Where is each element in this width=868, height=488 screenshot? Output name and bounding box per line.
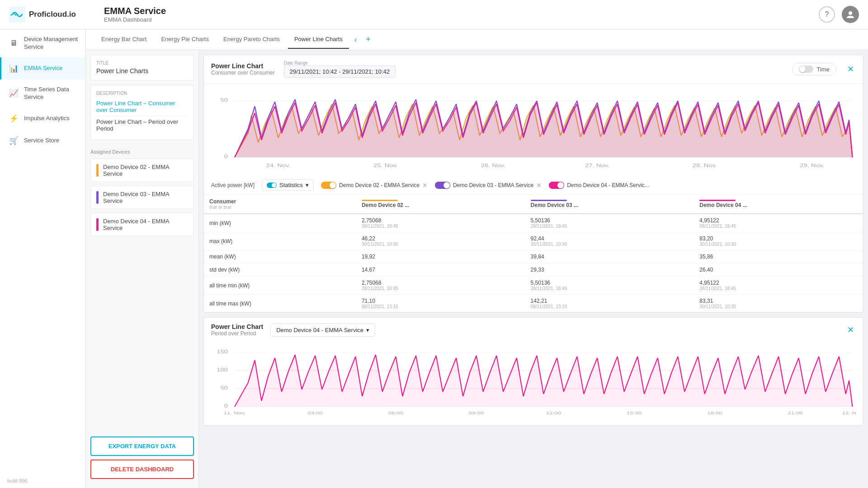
legend-name-03: Demo Device 03 - EMMA Service [453, 182, 533, 188]
chart1-legend-bar: Active power [kW] Statistics ▾ [204, 176, 863, 195]
chart2-subtitle: Period over Period [211, 330, 263, 337]
sidebar: 🖥 Device Management Service 📊 EMMA Servi… [0, 29, 86, 488]
export-energy-button[interactable]: EXPORT ENERGY DATA [90, 436, 194, 456]
chart2-dropdown-icon: ▾ [366, 327, 369, 333]
date-range-value: 29/11/2021; 10:42 - 29/11/2021; 10:42 [284, 66, 396, 78]
legend-toggle-03[interactable] [435, 182, 450, 189]
svg-text:11. Nov.: 11. Nov. [224, 411, 246, 415]
tab-power-line[interactable]: Power Line Charts [288, 30, 349, 49]
device-03-name: Demo Device 03 - EMMA Service [103, 191, 188, 204]
chart2-svg: 150 100 50 0 11. Nov. [211, 347, 856, 419]
device-item-03[interactable]: Demo Device 03 - EMMA Service [90, 186, 194, 209]
stat-label-3: std dev (kW) [204, 263, 356, 277]
svg-text:21:00: 21:00 [788, 411, 803, 415]
tab-energy-bar[interactable]: Energy Bar Chart [95, 30, 153, 49]
stat-value-1-1: 92,4430/11/2021, 10:30 [525, 232, 694, 250]
main-layout: 🖥 Device Management Service 📊 EMMA Servi… [0, 29, 868, 488]
content-panel: Energy Bar Chart Energy Pie Charts Energ… [86, 29, 868, 488]
chart1-svg-area: 50 0 24. Nov. [204, 84, 863, 176]
stat-value-0-2: 4,9512228/11/2021, 18:45 [694, 214, 863, 232]
chart2-card: Power Line Chart Period over Period Demo… [203, 317, 863, 426]
user-avatar-button[interactable] [842, 6, 859, 23]
header-service-subtitle: EMMA Dashboard [104, 16, 819, 23]
svg-text:27. Nov.: 27. Nov. [585, 163, 609, 168]
stat-value-3-1: 29,33 [525, 263, 694, 277]
device-mgmt-icon: 🖥 [9, 39, 19, 48]
header-actions: ? [819, 6, 859, 23]
header-title-area: EMMA Service EMMA Dashboard [95, 6, 819, 23]
statistics-label: Statistics [279, 182, 303, 188]
sidebar-label-impulse: Impulse Analytics [24, 115, 69, 122]
header-service-title: EMMA Service [104, 6, 819, 16]
col-color-bar-04 [699, 200, 736, 201]
desc-item-period[interactable]: Power Line Chart – Period over Period [96, 116, 188, 134]
stat-value-2-0: 19,92 [356, 250, 525, 263]
chart2-title-block: Power Line Chart Period over Period [211, 323, 263, 337]
chart2-close-button[interactable]: ✕ [845, 325, 856, 335]
toggle-switch [799, 66, 813, 73]
legend-knob-03 [443, 182, 450, 188]
tab-energy-pareto[interactable]: Energy Pareto Charts [217, 30, 286, 49]
sidebar-label-emma: EMMA Service [24, 65, 62, 72]
svg-text:150: 150 [217, 349, 228, 354]
device-item-04[interactable]: Demo Device 04 - EMMA Service [90, 213, 194, 236]
help-button[interactable]: ? [819, 6, 835, 23]
tab-nav-back-button[interactable]: ‹ [351, 34, 360, 46]
chart1-header: Power Line Chart Consumer over Consumer … [204, 55, 863, 84]
chart2-device-dropdown[interactable]: Demo Device 04 - EMMA Service ▾ [270, 324, 375, 337]
chart1-close-button[interactable]: ✕ [845, 64, 856, 74]
device-item-02[interactable]: Demo Device 02 - EMMA Service [90, 159, 194, 182]
delete-dashboard-button[interactable]: DELETE DASHBOARD [90, 460, 194, 479]
stats-row-0: min (kW)2,7506828/11/2021, 18:455,501362… [204, 214, 863, 232]
stats-row-2: mean (kW)19,9239,8435,86 [204, 250, 863, 263]
sidebar-item-service-store[interactable]: 🛒 Service Store [0, 130, 85, 152]
stat-value-4-2: 4,9512228/11/2021, 18:45 [694, 277, 863, 295]
legend-knob-04 [557, 182, 564, 188]
svg-text:50: 50 [221, 98, 228, 103]
tabs-bar: Energy Bar Chart Energy Pie Charts Energ… [86, 29, 868, 50]
stat-value-2-1: 39,84 [525, 250, 694, 263]
sidebar-item-time-series[interactable]: 📈 Time Series Data Service [0, 80, 85, 108]
left-panel: Title Power Line Charts Description Powe… [86, 50, 199, 488]
chart2-device-name: Demo Device 04 - EMMA Service [276, 327, 363, 333]
legend-remove-03[interactable]: ✕ [536, 182, 542, 189]
sidebar-item-impulse[interactable]: ⚡ Impulse Analytics [0, 108, 85, 130]
svg-text:0: 0 [224, 404, 228, 408]
top-header: Proficloud.io EMMA Service EMMA Dashboar… [0, 0, 868, 29]
charts-area: Power Line Chart Consumer over Consumer … [199, 50, 868, 488]
time-toggle-label: Time [817, 66, 830, 73]
title-label: Title [96, 61, 188, 66]
stat-value-5-0: 71,1008/11/2021, 13:15 [356, 295, 525, 313]
legend-toggle-02[interactable] [321, 182, 336, 189]
chart2-title: Power Line Chart [211, 323, 263, 330]
stats-row-1: max (kW)46,2230/11/2021, 10:3092,4430/11… [204, 232, 863, 250]
stat-value-4-0: 2,7506828/11/2021, 18:45 [356, 277, 525, 295]
stat-value-1-2: 83,2030/11/2021, 10:30 [694, 232, 863, 250]
stat-value-0-1: 5,5013628/11/2021, 18:45 [525, 214, 694, 232]
stats-row-3: std dev (kW)14,6729,3326,40 [204, 263, 863, 277]
tab-add-button[interactable]: + [362, 33, 374, 46]
title-value: Power Line Charts [96, 67, 188, 75]
device-02-color-bar [96, 164, 99, 177]
legend-toggle-04[interactable] [549, 182, 564, 189]
stats-table-wrapper: Consumer true or true Demo Device 02 ... [204, 195, 863, 312]
col-color-bar-03 [531, 200, 567, 201]
svg-text:0: 0 [224, 154, 228, 159]
svg-text:50: 50 [221, 385, 228, 390]
sidebar-label-time-series: Time Series Data Service [24, 86, 78, 101]
col-name-02: Demo Device 02 ... [362, 202, 520, 208]
sidebar-item-emma[interactable]: 📊 EMMA Service [0, 57, 85, 80]
chart2-header: Power Line Chart Period over Period Demo… [204, 318, 863, 342]
tab-energy-pie[interactable]: Energy Pie Charts [155, 30, 215, 49]
stat-value-2-2: 35,86 [694, 250, 863, 263]
statistics-select[interactable]: Statistics ▾ [262, 179, 314, 191]
stat-value-1-0: 46,2230/11/2021, 10:30 [356, 232, 525, 250]
sidebar-item-device-mgmt[interactable]: 🖥 Device Management Service [0, 29, 85, 57]
desc-item-consumer[interactable]: Power Line Chart – Consumer over Consume… [96, 98, 188, 116]
split-content: Title Power Line Charts Description Powe… [86, 50, 868, 488]
time-toggle[interactable]: Time [792, 63, 836, 75]
sidebar-label-store: Service Store [24, 137, 59, 145]
legend-remove-02[interactable]: ✕ [422, 182, 428, 189]
chart1-subtitle: Consumer over Consumer [211, 70, 275, 76]
col-name-04: Demo Device 04 ... [699, 202, 858, 208]
